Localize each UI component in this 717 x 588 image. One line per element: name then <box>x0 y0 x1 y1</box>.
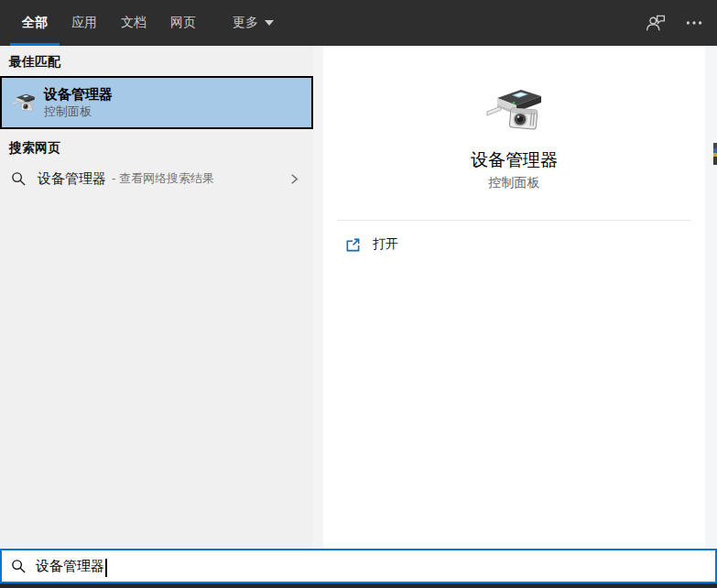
tab-web[interactable]: 网页 <box>158 0 208 46</box>
search-input[interactable] <box>36 559 706 574</box>
chevron-down-icon <box>265 20 274 26</box>
feedback-user-icon[interactable] <box>646 13 666 33</box>
search-icon <box>11 559 27 574</box>
web-search-suggestion[interactable]: 设备管理器 - 查看网络搜索结果 <box>0 163 313 194</box>
tab-documents[interactable]: 文档 <box>109 0 158 46</box>
device-manager-icon-large <box>485 86 544 136</box>
background-window-sliver <box>713 143 717 165</box>
tab-apps[interactable]: 应用 <box>60 0 109 46</box>
scrollbar-track[interactable] <box>705 46 717 549</box>
search-bar <box>0 549 717 583</box>
web-suggestion-hint: - 查看网络搜索结果 <box>112 170 214 187</box>
chevron-right-icon <box>287 171 302 187</box>
best-match-title: 设备管理器 <box>44 87 113 103</box>
web-search-section-header: 搜索网页 <box>9 140 60 157</box>
open-action-label: 打开 <box>373 236 398 253</box>
open-external-icon <box>345 237 361 253</box>
tab-all[interactable]: 全部 <box>10 0 60 46</box>
web-suggestion-query: 设备管理器 <box>38 170 106 188</box>
best-match-subtitle: 控制面板 <box>44 105 113 118</box>
best-match-section-header: 最佳匹配 <box>9 54 60 71</box>
search-filter-tabs: 全部 应用 文档 网页 更多 <box>0 0 286 46</box>
search-header: 全部 应用 文档 网页 更多 <box>0 0 717 46</box>
results-panel: 最佳匹配 设备管理器 控制面板 搜索网页 设备管理器 - 查看网络搜索结果 <box>0 46 313 549</box>
preview-divider <box>337 220 691 221</box>
tab-more-label: 更多 <box>233 15 258 31</box>
best-match-text: 设备管理器 控制面板 <box>44 87 113 118</box>
tab-more-dropdown[interactable]: 更多 <box>221 0 286 46</box>
best-match-result-device-manager[interactable]: 设备管理器 控制面板 <box>0 76 313 129</box>
preview-title: 设备管理器 <box>323 148 705 172</box>
search-icon <box>11 171 27 187</box>
preview-panel: 设备管理器 控制面板 打开 <box>323 46 705 549</box>
header-right-icons <box>646 0 704 46</box>
more-options-icon[interactable] <box>684 13 704 33</box>
device-manager-icon <box>11 93 36 114</box>
panel-divider-strip <box>313 46 323 549</box>
window-bottom-edge <box>0 583 717 588</box>
text-cursor <box>105 559 107 577</box>
preview-subtitle: 控制面板 <box>323 175 705 191</box>
open-action[interactable]: 打开 <box>323 230 705 259</box>
